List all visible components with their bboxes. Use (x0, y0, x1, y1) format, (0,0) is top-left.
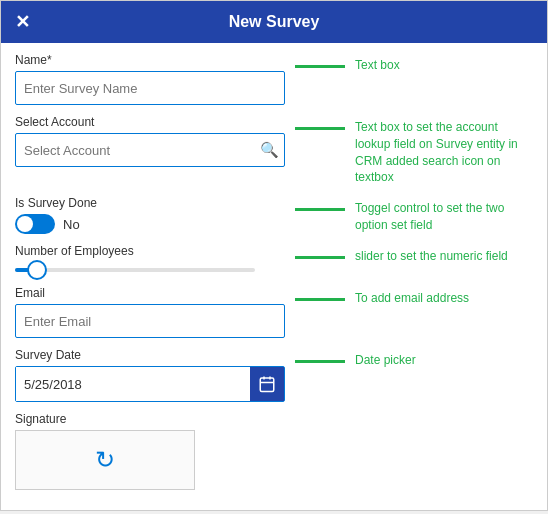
survey-done-toggle[interactable] (15, 214, 55, 234)
account-input[interactable] (15, 133, 285, 167)
survey-done-row: Is Survey Done No Toggel control to set … (15, 196, 533, 234)
date-green-line (295, 360, 345, 363)
email-input[interactable] (15, 304, 285, 338)
name-green-line (295, 65, 345, 68)
toggle-value-label: No (63, 217, 80, 232)
employees-green-line (295, 256, 345, 259)
name-annotation: Text box (285, 53, 533, 74)
account-row: Select Account 🔍 Text box to set the acc… (15, 115, 533, 186)
survey-done-annotation-text: Toggel control to set the two option set… (355, 200, 533, 234)
email-green-line (295, 298, 345, 301)
name-annotation-text: Text box (355, 57, 400, 74)
search-icon[interactable]: 🔍 (260, 141, 279, 159)
survey-done-field-container: Is Survey Done No (15, 196, 285, 234)
email-field-container: Email (15, 286, 285, 338)
name-input[interactable] (15, 71, 285, 105)
email-row: Email To add email address (15, 286, 533, 338)
slider-track (15, 268, 255, 272)
date-picker-button[interactable] (250, 367, 284, 401)
employees-annotation: slider to set the numeric field (285, 244, 533, 265)
account-label: Select Account (15, 115, 285, 129)
toggle-row: No (15, 214, 285, 234)
signature-row: Signature ↻ (15, 412, 533, 490)
account-annotation-text: Text box to set the account lookup field… (355, 119, 533, 186)
employees-label: Number of Employees (15, 244, 285, 258)
email-annotation: To add email address (285, 286, 533, 307)
toggle-knob (17, 216, 33, 232)
date-label: Survey Date (15, 348, 285, 362)
svg-rect-0 (260, 378, 274, 392)
name-row: Name* Text box (15, 53, 533, 105)
date-annotation-text: Date picker (355, 352, 416, 369)
name-field-container: Name* (15, 53, 285, 105)
window-title: New Survey (229, 13, 320, 31)
date-wrapper (15, 366, 285, 402)
name-label: Name* (15, 53, 285, 67)
signature-box[interactable]: ↻ (15, 430, 195, 490)
date-input[interactable] (16, 367, 250, 401)
account-green-line (295, 127, 345, 130)
survey-done-label: Is Survey Done (15, 196, 285, 210)
email-label: Email (15, 286, 285, 300)
slider-wrapper (15, 264, 285, 276)
titlebar: ✕ New Survey (1, 1, 547, 43)
calendar-icon (258, 375, 276, 393)
account-annotation: Text box to set the account lookup field… (285, 115, 533, 186)
form-area: Name* Text box Select Account 🔍 Text box… (1, 43, 547, 510)
date-annotation: Date picker (285, 348, 533, 369)
signature-label: Signature (15, 412, 285, 426)
date-row: Survey Date Date picker (15, 348, 533, 402)
employees-field-container: Number of Employees (15, 244, 285, 276)
refresh-icon[interactable]: ↻ (95, 446, 115, 474)
survey-done-annotation: Toggel control to set the two option set… (285, 196, 533, 234)
close-button[interactable]: ✕ (15, 13, 30, 31)
email-annotation-text: To add email address (355, 290, 469, 307)
signature-field-container: Signature ↻ (15, 412, 285, 490)
date-field-container: Survey Date (15, 348, 285, 402)
slider-thumb[interactable] (27, 260, 47, 280)
employees-annotation-text: slider to set the numeric field (355, 248, 508, 265)
employees-row: Number of Employees slider to set the nu… (15, 244, 533, 276)
new-survey-window: ✕ New Survey Name* Text box Select Accou… (0, 0, 548, 511)
account-lookup-wrapper: 🔍 (15, 133, 285, 167)
survey-done-green-line (295, 208, 345, 211)
account-field-container: Select Account 🔍 (15, 115, 285, 167)
